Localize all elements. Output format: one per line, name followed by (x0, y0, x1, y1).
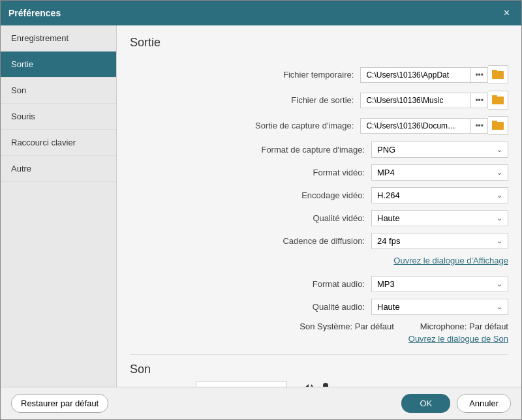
format-capture-label: Format de capture d'image: (234, 145, 365, 155)
sidebar-item-souris[interactable]: Souris (1, 104, 116, 130)
format-audio-row: Format audio: MP3 ⌄ (130, 276, 508, 292)
sidebar-item-raccourci[interactable]: Raccourci clavier (1, 130, 116, 156)
sidebar-item-sortie[interactable]: Sortie (1, 52, 116, 78)
svg-rect-5 (492, 121, 497, 123)
format-capture-row: Format de capture d'image: PNG ⌄ (130, 142, 508, 158)
restore-button[interactable]: Restaurer par défaut (11, 394, 108, 413)
section-title-son: Son (130, 363, 508, 376)
ok-button[interactable]: OK (401, 394, 450, 413)
qualite-video-row: Qualité vidéo: Haute ⌄ (130, 210, 508, 226)
folder-icon (492, 94, 504, 104)
fichier-sortie-dots-button[interactable]: ••• (471, 93, 488, 108)
qualite-audio-value: Haute (377, 302, 400, 312)
format-capture-value: PNG (377, 145, 395, 155)
micro-value: Par défaut (469, 322, 508, 331)
chevron-down-icon: ⌄ (497, 214, 502, 222)
footer-right: OK Annuler (401, 394, 511, 413)
chevron-down-icon: ⌄ (497, 168, 502, 177)
encodage-video-label: Encodage vidéo: (234, 190, 365, 200)
close-button[interactable]: × (500, 6, 514, 20)
chevron-down-icon: ⌄ (497, 237, 502, 245)
format-video-value: MP4 (377, 168, 395, 177)
qualite-audio-row: Qualité audio: Haute ⌄ (130, 299, 508, 315)
title-bar: Préférences × (1, 1, 521, 25)
sortie-capture-controls: C:\Users\10136\Docum… ••• (360, 116, 508, 135)
format-audio-label: Format audio: (234, 279, 365, 289)
link-affichage[interactable]: Ouvrez le dialogue d'Affichage (130, 256, 508, 265)
sortie-capture-dots-button[interactable]: ••• (471, 118, 488, 134)
chevron-down-icon: ⌄ (497, 145, 502, 154)
fichier-temporaire-folder-button[interactable] (488, 65, 508, 84)
fichier-sortie-row: Fichier de sortie: C:\Users\10136\Music … (130, 91, 508, 110)
cadence-row: Cadence de diffusion: 24 fps ⌄ (130, 233, 508, 249)
qualite-audio-dropdown[interactable]: Haute ⌄ (371, 299, 508, 315)
link-son[interactable]: Ouvrez le dialogue de Son (130, 334, 508, 344)
section-divider (130, 354, 508, 355)
fichier-sortie-folder-button[interactable] (488, 91, 508, 110)
fichier-temporaire-row: Fichier temporaire: C:\Users\10136\AppDa… (130, 65, 508, 84)
cadence-label: Cadence de diffusion: (234, 236, 365, 246)
chevron-down-icon: ⌄ (497, 280, 502, 288)
cancel-button[interactable]: Annuler (457, 394, 511, 413)
sortie-capture-input[interactable]: C:\Users\10136\Docum… (360, 118, 471, 134)
qualite-video-dropdown[interactable]: Haute ⌄ (371, 210, 508, 226)
svg-rect-1 (492, 70, 497, 72)
format-audio-value: MP3 (377, 279, 395, 289)
qualite-video-value: Haute (377, 213, 400, 223)
son-systeme-value: Par défaut (355, 322, 394, 331)
section-title-sortie: Sortie (130, 36, 508, 55)
chevron-down-icon: ⌄ (497, 303, 502, 311)
folder-icon (492, 119, 504, 130)
footer: Restaurer par défaut OK Annuler (1, 387, 521, 419)
fichier-temporaire-dots-button[interactable]: ••• (471, 67, 488, 83)
encodage-video-value: H.264 (377, 190, 400, 200)
sidebar-item-son[interactable]: Son (1, 78, 116, 104)
dialog-body: Enregistrement Sortie Son Souris Raccour… (1, 25, 521, 387)
encodage-video-row: Encodage vidéo: H.264 ⌄ (130, 187, 508, 203)
sidebar: Enregistrement Sortie Son Souris Raccour… (1, 25, 117, 387)
preferences-dialog: Préférences × Enregistrement Sortie Son … (0, 0, 522, 420)
son-info-row: Son Système: Par défaut Microphone: Par … (130, 322, 508, 331)
qualite-audio-label: Qualité audio: (234, 302, 365, 312)
format-video-row: Format vidéo: MP4 ⌄ (130, 164, 508, 181)
fichier-sortie-controls: C:\Users\10136\Music ••• (360, 91, 508, 110)
cadence-value: 24 fps (377, 236, 400, 246)
son-systeme-label: Son Système: (299, 322, 352, 331)
son-systeme-info: Son Système: Par défaut (299, 322, 394, 331)
folder-icon (492, 68, 504, 79)
fichier-sortie-input[interactable]: C:\Users\10136\Music (360, 93, 471, 108)
format-video-dropdown[interactable]: MP4 ⌄ (371, 164, 508, 181)
fichier-temporaire-label: Fichier temporaire: (223, 70, 354, 80)
qualite-video-label: Qualité vidéo: (234, 213, 365, 223)
main-content: Sortie Fichier temporaire: C:\Users\1013… (117, 25, 521, 387)
sortie-capture-label: Sortie de capture d'image: (223, 121, 354, 130)
micro-info: Microphone: Par défaut (420, 322, 508, 331)
dialog-title: Préférences (8, 8, 61, 18)
sortie-capture-folder-button[interactable] (488, 116, 508, 135)
format-capture-dropdown[interactable]: PNG ⌄ (371, 142, 508, 158)
son-section-row: Son Système: — ⌄ (130, 382, 508, 387)
fichier-sortie-label: Fichier de sortie: (223, 95, 354, 105)
svg-rect-3 (492, 95, 497, 98)
fichier-temporaire-controls: C:\Users\10136\AppDat ••• (360, 65, 508, 84)
chevron-down-icon: ⌄ (497, 191, 502, 200)
sidebar-item-autre[interactable]: Autre (1, 156, 116, 182)
format-audio-dropdown[interactable]: MP3 ⌄ (371, 276, 508, 292)
format-video-label: Format vidéo: (234, 168, 365, 177)
son-systeme-dropdown[interactable]: — ⌄ (196, 382, 287, 387)
encodage-video-dropdown[interactable]: H.264 ⌄ (371, 187, 508, 203)
fichier-temporaire-input[interactable]: C:\Users\10136\AppDat (360, 67, 471, 83)
sidebar-item-enregistrement[interactable]: Enregistrement (1, 25, 116, 52)
sortie-capture-row: Sortie de capture d'image: C:\Users\1013… (130, 116, 508, 135)
cadence-dropdown[interactable]: 24 fps ⌄ (371, 233, 508, 249)
micro-label: Microphone: (420, 322, 467, 331)
